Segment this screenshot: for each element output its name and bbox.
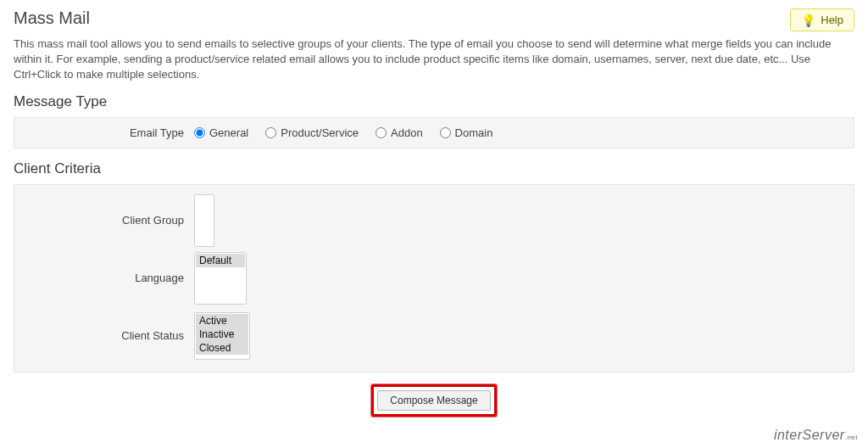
radio-product-service[interactable]: Product/Service <box>265 126 359 139</box>
client-criteria-heading: Client Criteria <box>14 160 854 177</box>
client-status-option-active[interactable]: Active <box>196 314 248 328</box>
help-button-label: Help <box>821 14 843 26</box>
radio-addon-label: Addon <box>391 126 423 139</box>
language-option-default[interactable]: Default <box>196 254 245 267</box>
client-status-option-closed[interactable]: Closed <box>196 341 248 355</box>
compose-highlight: Compose Message <box>371 384 496 417</box>
radio-general-input[interactable] <box>194 127 205 138</box>
client-status-option-inactive[interactable]: Inactive <box>196 328 248 341</box>
language-label: Language <box>25 272 194 284</box>
branding-suffix: .net <box>845 434 858 441</box>
client-criteria-panel: Client Group Language Default Client Sta… <box>14 184 854 372</box>
client-group-select[interactable] <box>194 194 214 247</box>
radio-domain-input[interactable] <box>440 127 451 138</box>
radio-addon-input[interactable] <box>376 127 387 138</box>
email-type-label: Email Type <box>25 126 194 139</box>
branding-text: interServer <box>774 428 845 442</box>
page-title: Mass Mail <box>14 8 90 28</box>
language-select[interactable]: Default <box>194 252 247 305</box>
lightbulb-icon: 💡 <box>801 14 815 26</box>
radio-domain-label: Domain <box>455 126 493 139</box>
message-type-heading: Message Type <box>14 93 854 110</box>
help-button[interactable]: 💡 Help <box>790 8 854 31</box>
radio-product-service-label: Product/Service <box>281 126 359 139</box>
compose-message-button[interactable]: Compose Message <box>377 390 490 411</box>
page-description: This mass mail tool allows you to send e… <box>14 36 853 83</box>
radio-general[interactable]: General <box>194 126 248 139</box>
message-type-panel: Email Type General Product/Service Addon… <box>14 117 854 148</box>
branding-watermark: interServer.net <box>774 428 858 443</box>
radio-domain[interactable]: Domain <box>440 126 493 139</box>
client-status-select[interactable]: Active Inactive Closed <box>194 312 250 360</box>
client-status-label: Client Status <box>25 329 194 342</box>
radio-product-service-input[interactable] <box>265 127 276 138</box>
email-type-radios: General Product/Service Addon Domain <box>194 126 492 139</box>
client-group-label: Client Group <box>25 214 194 227</box>
radio-general-label: General <box>209 126 248 139</box>
radio-addon[interactable]: Addon <box>376 126 423 139</box>
